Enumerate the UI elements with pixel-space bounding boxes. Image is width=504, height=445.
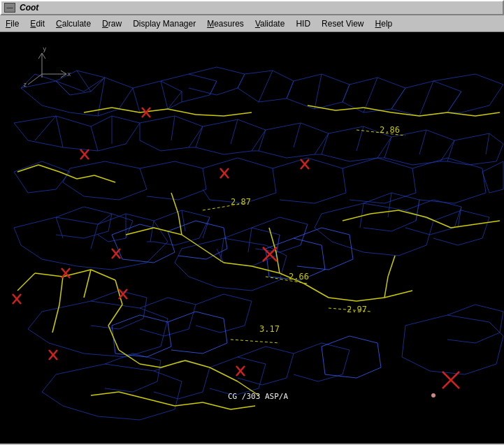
- svg-line-52: [108, 326, 119, 350]
- svg-line-70: [343, 214, 370, 221]
- menu-hid[interactable]: HID: [290, 17, 316, 30]
- svg-line-76: [84, 108, 112, 112]
- svg-line-87: [447, 112, 475, 116]
- svg-line-113: [357, 130, 405, 136]
- svg-text:y: y: [43, 45, 47, 52]
- svg-line-80: [196, 115, 224, 116]
- svg-line-28: [416, 200, 419, 221]
- window-icon[interactable]: —: [4, 3, 15, 13]
- svg-line-25: [301, 224, 308, 245]
- svg-line-96: [384, 277, 388, 298]
- svg-line-7: [238, 74, 245, 88]
- svg-line-38: [259, 130, 266, 151]
- svg-line-139: [38, 53, 42, 59]
- svg-line-111: [329, 308, 370, 312]
- svg-line-55: [161, 360, 185, 367]
- svg-line-91: [84, 270, 91, 298]
- svg-line-21: [203, 217, 210, 238]
- svg-line-75: [475, 221, 500, 224]
- svg-line-105: [38, 165, 59, 172]
- svg-line-30: [35, 116, 56, 140]
- svg-line-14: [419, 81, 433, 116]
- svg-text:z: z: [23, 81, 27, 88]
- molecular-network: x y z: [0, 32, 504, 444]
- svg-line-68: [357, 298, 384, 301]
- svg-line-45: [486, 133, 489, 154]
- menu-display-manager[interactable]: Display Manager: [127, 17, 201, 30]
- svg-line-31: [56, 116, 63, 147]
- svg-line-109: [203, 203, 245, 210]
- svg-line-12: [363, 78, 377, 112]
- svg-line-47: [35, 273, 63, 277]
- svg-line-54: [140, 364, 161, 367]
- svg-line-49: [91, 270, 115, 280]
- menu-edit[interactable]: Edit: [24, 17, 50, 30]
- menu-measures[interactable]: Measures: [201, 17, 250, 30]
- svg-line-74: [451, 224, 475, 228]
- svg-line-39: [294, 123, 301, 147]
- svg-line-72: [398, 210, 426, 217]
- svg-line-94: [276, 252, 280, 273]
- svg-line-103: [231, 406, 255, 409]
- svg-line-19: [150, 221, 154, 242]
- svg-line-67: [329, 298, 357, 301]
- svg-line-43: [419, 130, 426, 154]
- titlebar: — Coot: [0, 0, 504, 15]
- svg-line-100: [147, 399, 175, 406]
- svg-line-36: [196, 126, 203, 147]
- svg-point-148: [431, 393, 435, 397]
- menubar: File Edit Calculate Draw Display Manager…: [0, 15, 504, 32]
- svg-line-104: [17, 165, 38, 172]
- molecular-viewport[interactable]: x y z 2.87 2.66 2.97 3.17 2.86 CG /303 A…: [0, 32, 504, 444]
- svg-line-88: [475, 112, 500, 116]
- svg-line-32: [91, 126, 98, 151]
- svg-line-83: [336, 108, 363, 110]
- svg-line-63: [224, 263, 252, 266]
- svg-text:x: x: [67, 71, 71, 78]
- svg-line-6: [210, 81, 217, 95]
- svg-line-98: [91, 392, 119, 395]
- svg-line-0: [56, 81, 70, 95]
- svg-line-53: [119, 350, 140, 364]
- svg-line-10: [315, 74, 322, 109]
- svg-line-97: [388, 256, 395, 277]
- svg-line-42: [384, 137, 391, 158]
- svg-line-13: [391, 88, 405, 109]
- menu-reset-view[interactable]: Reset View: [316, 17, 369, 30]
- svg-line-92: [178, 214, 182, 235]
- svg-line-142: [61, 71, 66, 74]
- svg-line-81: [224, 112, 252, 116]
- svg-line-9: [287, 81, 294, 99]
- svg-line-23: [248, 228, 252, 252]
- svg-line-69: [384, 291, 412, 298]
- svg-line-3: [133, 88, 140, 112]
- svg-line-35: [171, 116, 175, 140]
- svg-line-62: [203, 249, 224, 263]
- svg-line-57: [210, 367, 238, 381]
- svg-line-106: [59, 172, 77, 179]
- svg-line-15: [447, 92, 461, 112]
- svg-line-71: [370, 210, 398, 214]
- window-title: Coot: [20, 3, 38, 13]
- svg-line-112: [231, 340, 280, 343]
- svg-line-93: [171, 193, 178, 214]
- svg-line-56: [185, 360, 210, 367]
- menu-file[interactable]: File: [0, 17, 24, 30]
- svg-line-40: [322, 133, 329, 154]
- svg-line-99: [119, 392, 147, 399]
- svg-line-89: [59, 277, 63, 305]
- menu-draw[interactable]: Draw: [96, 17, 127, 30]
- svg-line-101: [175, 402, 203, 406]
- svg-line-64: [252, 266, 280, 273]
- menu-validate[interactable]: Validate: [250, 17, 291, 30]
- menu-help[interactable]: Help: [370, 17, 398, 30]
- svg-line-85: [391, 112, 419, 116]
- svg-line-46: [17, 273, 35, 291]
- svg-line-27: [388, 193, 391, 217]
- svg-line-59: [126, 228, 154, 235]
- svg-line-86: [419, 112, 447, 116]
- svg-line-29: [458, 207, 461, 228]
- menu-calculate[interactable]: Calculate: [50, 17, 96, 30]
- svg-line-102: [203, 402, 231, 409]
- svg-line-107: [77, 175, 94, 179]
